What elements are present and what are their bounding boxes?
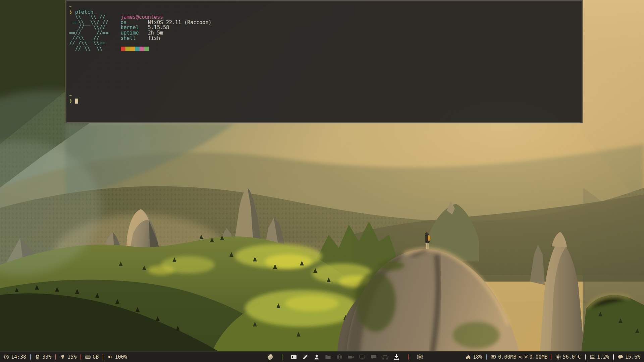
status-bar-tray xyxy=(267,352,423,362)
home-icon xyxy=(466,354,471,360)
keyboard-icon xyxy=(85,354,91,360)
terminal-text: // \\ \\ xyxy=(69,46,121,52)
brightness-widget: 15% xyxy=(60,354,76,360)
camera-tray-icon[interactable] xyxy=(348,354,354,360)
editor-tray-icon[interactable] xyxy=(302,354,308,360)
terminal-app-tray-icon[interactable] xyxy=(291,354,297,360)
separator xyxy=(55,354,56,360)
terminal-line xyxy=(69,72,579,78)
bubble-icon xyxy=(618,354,623,360)
terminal-line xyxy=(69,77,579,83)
keyboard-layout-widget: GB xyxy=(85,354,99,360)
pfetch-line: //\\___// shell fish xyxy=(69,36,579,41)
home-disk-value: 18% xyxy=(473,354,482,360)
pfetch-line: // /\\ \\== xyxy=(69,41,579,46)
terminal-text: shell xyxy=(121,35,148,41)
desktop: ~❯ pfetch \\ \\ // james@countess ==\\__… xyxy=(0,0,644,362)
terminal-cursor xyxy=(75,99,78,104)
terminal-line xyxy=(69,51,579,57)
memory-widget: 15.6% xyxy=(618,354,640,360)
palette-swatch xyxy=(125,47,130,51)
network-download-value: 0.00MB xyxy=(529,354,547,360)
terminal-line xyxy=(69,67,579,72)
palette-swatch xyxy=(140,47,144,51)
clock-icon xyxy=(4,354,9,360)
palette-swatch xyxy=(135,47,140,51)
separator xyxy=(103,354,103,360)
python-tray-icon[interactable] xyxy=(267,354,273,360)
network-value: 0.00MB xyxy=(498,354,516,360)
separator xyxy=(551,354,551,360)
terminal-content: ~❯ pfetch \\ \\ // james@countess ==\\__… xyxy=(69,4,579,104)
terminal-text: ❯ xyxy=(69,98,75,104)
battery-value: 33% xyxy=(42,354,51,360)
separator xyxy=(613,354,614,360)
separator xyxy=(408,354,409,360)
memory-value: 15.6% xyxy=(625,354,640,360)
temperature-widget: 56.0°C xyxy=(555,354,581,360)
nixos-tray-icon[interactable] xyxy=(417,354,423,360)
color-palette-line: // \\ \\ xyxy=(69,46,579,52)
status-bar: 14:3833%15%GB100% 18%0.00MB0.00MB56.0°C1… xyxy=(0,351,644,362)
terminal-line xyxy=(69,62,579,67)
browser-tray-icon[interactable] xyxy=(336,354,342,360)
cpu-value: 1.2% xyxy=(597,354,609,360)
separator xyxy=(80,354,81,360)
user-tray-icon[interactable] xyxy=(314,354,320,360)
audio-tray-icon[interactable] xyxy=(382,354,388,360)
palette-swatch xyxy=(130,47,135,51)
volume-widget: 100% xyxy=(107,354,127,360)
laptop-icon xyxy=(590,354,595,360)
terminal-line xyxy=(69,83,579,88)
brightness-value: 15% xyxy=(67,354,76,360)
cwd-indicator: ~ xyxy=(69,4,579,10)
terminal-text: fish xyxy=(148,35,160,41)
status-bar-right: 18%0.00MB0.00MB56.0°C1.2%15.6% xyxy=(465,352,641,362)
lightbulb-icon xyxy=(60,354,65,360)
palette-swatch xyxy=(144,47,149,51)
downloads-tray-icon[interactable] xyxy=(393,354,399,360)
cpu-widget: 1.2% xyxy=(590,354,609,360)
speaker-icon xyxy=(107,354,113,360)
battery-widget: 33% xyxy=(35,354,51,360)
nic-icon xyxy=(491,354,496,360)
network-widget: 0.00MB xyxy=(491,354,516,360)
temperature-value: 56.0°C xyxy=(563,354,581,360)
terminal-window[interactable]: ~❯ pfetch \\ \\ // james@countess ==\\__… xyxy=(65,0,583,123)
keyboard-layout-value: GB xyxy=(93,354,99,360)
display-tray-icon[interactable] xyxy=(359,354,365,360)
separator xyxy=(282,354,282,360)
terminal-line xyxy=(69,57,579,62)
snowflake-icon xyxy=(555,354,561,360)
battery-icon xyxy=(35,354,40,360)
download-chevrons-icon xyxy=(524,355,529,359)
terminal-line xyxy=(69,88,579,94)
separator xyxy=(486,354,487,360)
files-tray-icon[interactable] xyxy=(325,354,331,360)
input-line[interactable]: ❯ xyxy=(69,99,579,104)
upload-chevrons-icon xyxy=(518,355,523,359)
separator xyxy=(30,354,31,360)
cwd-indicator: ~ xyxy=(69,93,579,99)
separator xyxy=(585,354,586,360)
palette-swatch xyxy=(121,47,125,51)
clock-widget: 14:38 xyxy=(4,354,26,360)
messages-tray-icon[interactable] xyxy=(371,354,377,360)
clock-value: 14:38 xyxy=(11,354,26,360)
status-bar-left: 14:3833%15%GB100% xyxy=(3,352,128,362)
home-disk-widget: 18% xyxy=(466,354,482,360)
volume-value: 100% xyxy=(115,354,127,360)
